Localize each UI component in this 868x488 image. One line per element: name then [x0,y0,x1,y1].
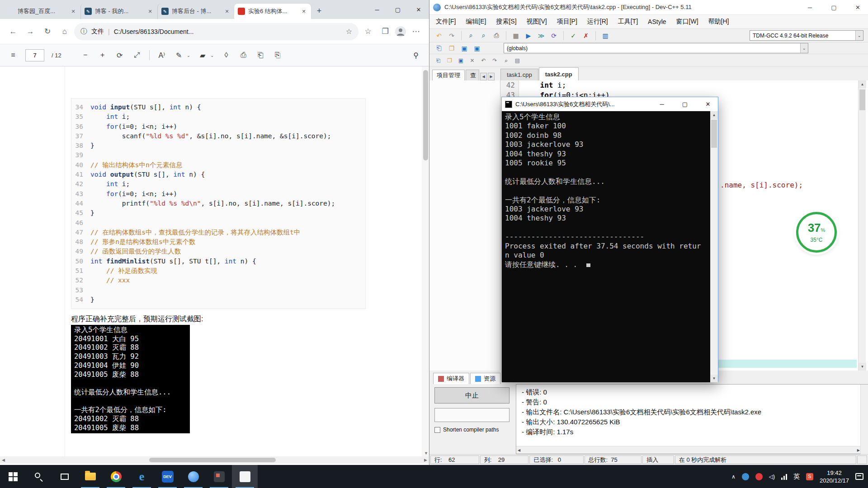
compile-and-run-button[interactable]: ≫ [536,31,546,41]
start-button[interactable] [0,465,26,488]
scrollbar-thumb[interactable] [711,120,717,148]
volume-icon[interactable]: ◁) [769,474,775,480]
taskbar-search-button[interactable] [26,465,52,488]
tray-app-icon-2[interactable] [755,473,763,480]
browser-maximize-button[interactable]: ▢ [387,0,408,19]
browser-close-button[interactable]: ✕ [408,0,429,19]
browser-tab[interactable]: 实验6 结构体...✕ [234,4,311,19]
scroll-left-icon[interactable]: ◀ [518,448,520,452]
pdf-vertical-scrollbar[interactable]: ▼ [422,66,429,456]
panel-tab-prev-icon[interactable]: ◀ [480,73,487,80]
devcpp-titlebar[interactable]: C:\Users\86133\实验6文档相关代码\实验6文档相关代码\task2… [429,0,868,15]
taskbar-file-explorer[interactable] [77,465,103,488]
zoom-in-icon[interactable]: + [98,51,108,59]
pdf-contents-icon[interactable]: ≡ [8,51,18,59]
favorites-bar-icon[interactable]: ☆ [360,24,376,39]
open-file-button[interactable]: ❐ [447,43,457,53]
menu-item-帮助[interactable]: 帮助[H] [708,18,729,26]
globals-select[interactable]: (globals) ⌄ [504,43,808,53]
zoom-out-icon[interactable]: − [80,51,90,59]
home-icon[interactable]: ⌂ [57,24,72,39]
replace-button[interactable]: ⌕ [479,31,489,41]
page-info-icon[interactable]: ⓘ [80,27,87,36]
undo-button[interactable]: ↶ [434,31,444,41]
console-maximize-button[interactable]: ▢ [675,97,695,111]
more-menu-icon[interactable]: ⋯ [408,24,424,39]
compile-button[interactable]: ▦ [511,31,521,41]
rotate-icon[interactable]: ⟳ [115,51,125,60]
compiler-select[interactable]: TDM-GCC 4.9.2 64-bit Release ⌄ [750,30,863,41]
browser-tab[interactable]: ✎博客后台 - 博...✕ [157,4,234,19]
save-as-icon[interactable]: ⎘ [273,51,283,59]
menu-item-AStyle[interactable]: AStyle [648,18,666,25]
input-language-indicator[interactable]: 英 [793,473,800,481]
run-button[interactable]: ▶ [524,31,533,41]
menu-item-窗口[interactable]: 窗口[W] [676,18,698,26]
draw-pen-dropdown-icon[interactable]: ⌄ [187,53,190,58]
menu-item-搜索[interactable]: 搜索[S] [496,18,516,26]
menu-item-项目[interactable]: 项目[P] [557,18,577,26]
editor-tab-task2.cpp[interactable]: task2.cpp [539,67,579,80]
tab-resources[interactable]: 资源 [470,373,500,384]
tab-class-browser[interactable]: 查 [466,70,479,80]
scroll-right-icon[interactable]: ▶ [857,448,860,452]
scroll-right-icon[interactable]: ▶ [424,458,427,462]
network-icon[interactable] [781,474,787,480]
console-titlebar[interactable]: C:\Users\86133\实验6文档相关代码\... ─ ▢ ✕ [502,97,718,111]
redo-small-button[interactable]: ↷ [491,56,499,65]
pin-toolbar-icon[interactable]: ⚲ [411,51,421,60]
tab-compiler-log[interactable]: 编译器 [433,373,469,384]
devcpp-close-button[interactable]: ✕ [848,0,868,15]
tab-close-icon[interactable]: ✕ [146,8,154,15]
checkbox-icon[interactable] [434,427,440,433]
tab-close-icon[interactable]: ✕ [300,8,307,15]
url-field[interactable]: ⓘ 文件 | C:/Users/86133/Document... ☆ [74,23,359,40]
scrollbar-thumb[interactable] [149,458,276,462]
eraser-icon[interactable]: ◊ [221,51,231,59]
save-small-button[interactable]: ▣ [457,56,465,65]
highlighter-icon[interactable]: ▰ [198,51,208,60]
find-button[interactable]: ⌕ [466,31,476,41]
browser-tab[interactable]: ✎博客 - 我的...✕ [80,4,157,19]
taskbar-edge[interactable]: e [129,465,155,488]
print-button[interactable]: ⎙ [491,31,501,41]
panel-tab-next-icon[interactable]: ▶ [488,73,495,80]
close-small-button[interactable]: ✕ [468,56,476,65]
shorten-paths-checkbox[interactable]: Shorten compiler paths [434,427,499,433]
new-file-small-button[interactable]: ⎗ [434,56,443,65]
action-center-icon[interactable] [855,473,863,480]
refresh-icon[interactable]: ↻ [40,24,55,39]
scroll-down-icon[interactable]: ▼ [424,451,428,455]
collections-icon[interactable]: ❐ [377,24,393,39]
draw-pen-icon[interactable]: ✎ [174,51,184,60]
log-vertical-scrollbar[interactable] [860,385,868,455]
devcpp-maximize-button[interactable]: ▢ [824,0,844,15]
open-small-button[interactable]: ❐ [445,56,454,65]
scroll-down-icon[interactable]: ▼ [859,363,866,371]
taskbar-devcpp[interactable]: DEV [155,465,180,488]
favorite-star-icon[interactable]: ☆ [346,27,352,36]
console-window[interactable]: C:\Users\86133\实验6文档相关代码\... ─ ▢ ✕ 录入5个学… [501,97,718,382]
abort-button[interactable]: 中止 [434,387,509,404]
fit-page-icon[interactable]: ⤢ [132,51,142,59]
read-aloud-icon[interactable]: A⁾ [157,51,167,60]
temperature-widget[interactable]: 37% 35°C [796,212,837,253]
pdf-horizontal-scrollbar[interactable]: ◀ ▶ [0,456,429,464]
menu-item-编辑[interactable]: 编辑[E] [466,18,486,26]
scrollbar-thumb[interactable] [859,89,865,110]
menu-item-文件[interactable]: 文件[F] [436,18,456,26]
highlighter-dropdown-icon[interactable]: ⌄ [210,53,214,58]
debug-button[interactable]: ✓ [568,31,578,41]
tab-project-manager[interactable]: 项目管理 [432,70,465,80]
console-close-button[interactable]: ✕ [698,97,718,111]
taskbar-chrome[interactable] [103,465,129,488]
undo-small-button[interactable]: ↶ [479,56,488,65]
profile-avatar[interactable] [395,26,406,38]
menu-item-运行[interactable]: 运行[R] [587,18,608,26]
editor-tab-task1.cpp[interactable]: task1.cpp [500,69,538,80]
scroll-up-icon[interactable]: ▲ [859,80,866,88]
taskbar-app-misc[interactable] [206,465,232,488]
browser-minimize-button[interactable]: ─ [367,0,387,19]
insert-small-button[interactable]: ▤ [513,56,522,65]
scroll-down-icon[interactable]: ▼ [710,375,718,382]
